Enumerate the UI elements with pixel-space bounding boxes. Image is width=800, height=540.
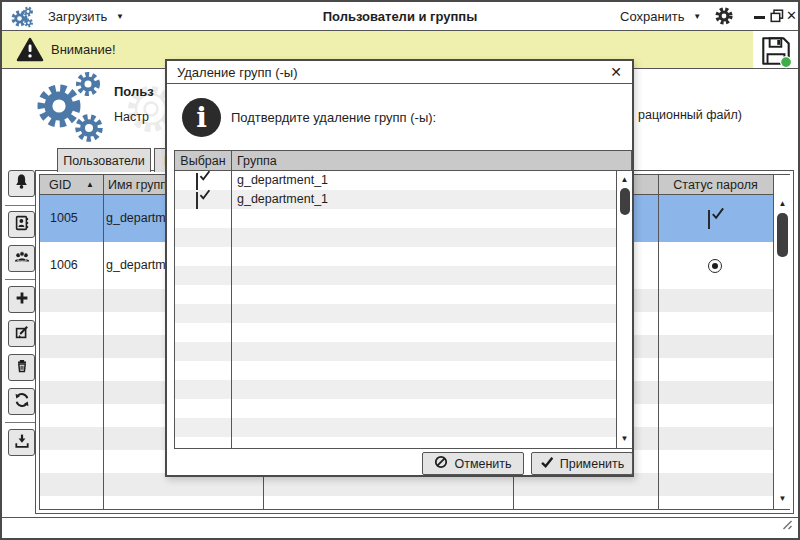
toolbar-separator bbox=[5, 279, 38, 280]
trash-icon bbox=[14, 358, 30, 378]
svg-text:i: i bbox=[196, 101, 207, 134]
cell-gid: 1005 bbox=[50, 195, 78, 242]
password-status-checkbox-checked[interactable] bbox=[708, 210, 710, 229]
column-divider bbox=[658, 175, 659, 509]
list-column-group: Группа bbox=[237, 154, 277, 168]
bell-icon bbox=[13, 173, 30, 194]
title-bar: Пользователи и группы Загрузить ▼ Сохран… bbox=[2, 2, 798, 31]
cancel-button-label: Отменить bbox=[454, 457, 511, 471]
page-title-fragment: Польз bbox=[114, 84, 154, 99]
scrollbar-thumb[interactable] bbox=[620, 188, 630, 215]
address-book-icon bbox=[14, 215, 30, 235]
save-button-label: Сохранить bbox=[620, 9, 685, 24]
scroll-down-icon[interactable]: ▼ bbox=[774, 492, 791, 506]
load-button-label: Загрузить bbox=[48, 9, 107, 24]
chevron-down-icon: ▼ bbox=[116, 12, 124, 21]
list-column-divider bbox=[231, 151, 232, 448]
row-group-name: g_department_1 bbox=[237, 173, 328, 187]
info-icon: i bbox=[181, 97, 222, 142]
scroll-down-icon[interactable]: ▼ bbox=[617, 432, 632, 446]
edit-pencil-icon bbox=[14, 324, 30, 344]
list-column-selected: Выбран bbox=[175, 154, 231, 168]
column-header-gid[interactable]: GID bbox=[49, 178, 71, 192]
list-header-row: Выбран Группа bbox=[175, 151, 631, 171]
contacts-button[interactable] bbox=[8, 211, 35, 238]
apply-check-icon bbox=[540, 455, 554, 472]
column-divider bbox=[103, 175, 104, 509]
tab-users[interactable]: Пользователи bbox=[57, 148, 151, 172]
row-group-name: g_department_1 bbox=[237, 192, 328, 206]
delete-groups-dialog: Удаление групп (-ы) ✕ i Подтвердите удал… bbox=[165, 59, 634, 477]
download-icon bbox=[14, 433, 30, 453]
apply-button[interactable]: Применить bbox=[531, 452, 633, 475]
save-file-icon[interactable] bbox=[758, 33, 794, 73]
sort-asc-icon[interactable]: ▲ bbox=[86, 180, 94, 189]
save-button[interactable]: Сохранить ▼ bbox=[620, 9, 701, 24]
chevron-down-icon: ▼ bbox=[693, 12, 701, 21]
toolbar-separator bbox=[5, 422, 38, 423]
apply-button-label: Применить bbox=[560, 457, 625, 471]
scrollbar-thumb[interactable] bbox=[777, 213, 788, 257]
edit-button[interactable] bbox=[8, 320, 35, 347]
resize-grip-icon[interactable] bbox=[777, 517, 793, 535]
list-empty-rows bbox=[175, 209, 631, 448]
notifications-button[interactable] bbox=[8, 170, 35, 197]
dialog-message: Подтвердите удаление групп (-ы): bbox=[231, 110, 436, 125]
dialog-title: Удаление групп (-ы) bbox=[177, 65, 298, 80]
cell-gid: 1006 bbox=[50, 242, 78, 289]
load-button[interactable]: Загрузить ▼ bbox=[48, 9, 124, 24]
app-window: Пользователи и группы Загрузить ▼ Сохран… bbox=[0, 0, 800, 540]
refresh-icon bbox=[14, 392, 30, 412]
column-header-gid-label: GID bbox=[49, 178, 71, 192]
list-vertical-scrollbar[interactable]: ▲ ▼ bbox=[616, 171, 632, 448]
user-groups-button[interactable] bbox=[8, 245, 35, 272]
page-subtitle-right-fragment: рационный файл) bbox=[638, 108, 742, 122]
restore-window-icon[interactable] bbox=[770, 9, 784, 27]
delete-button[interactable] bbox=[8, 354, 35, 381]
cancel-button[interactable]: Отменить bbox=[422, 452, 524, 475]
scroll-up-icon[interactable]: ▲ bbox=[774, 197, 791, 211]
tab-users-label: Пользователи bbox=[63, 154, 145, 168]
page-subtitle-fragment: Настр bbox=[114, 110, 149, 124]
column-header-password-status[interactable]: Статус пароля bbox=[658, 178, 773, 192]
warning-triangle-icon bbox=[16, 37, 44, 66]
list-row[interactable]: g_department_1 bbox=[175, 171, 631, 190]
users-group-icon bbox=[14, 249, 30, 269]
warning-text: Внимание! bbox=[51, 42, 116, 57]
minimize-button[interactable] bbox=[754, 16, 765, 19]
refresh-button[interactable] bbox=[8, 388, 35, 415]
close-window-button[interactable]: ✕ bbox=[786, 8, 797, 23]
import-button[interactable] bbox=[8, 429, 35, 456]
settings-gear-icon[interactable] bbox=[714, 6, 734, 30]
cancel-prohibition-icon bbox=[434, 455, 448, 472]
dialog-close-icon[interactable]: ✕ bbox=[610, 64, 622, 80]
page-logo-gears-icon bbox=[28, 70, 110, 154]
dialog-group-list: Выбран Группа g_department_1 g_departmen… bbox=[174, 150, 632, 449]
scroll-up-icon[interactable]: ▲ bbox=[617, 173, 632, 187]
list-row[interactable]: g_department_1 bbox=[175, 190, 631, 209]
toolbar-separator bbox=[5, 205, 38, 206]
dialog-title-bar: Удаление групп (-ы) ✕ bbox=[167, 61, 632, 84]
table-vertical-scrollbar[interactable]: ▲ ▼ bbox=[773, 175, 791, 509]
status-bar bbox=[2, 517, 798, 538]
add-button[interactable] bbox=[8, 286, 35, 313]
app-gears-icon bbox=[10, 5, 34, 33]
password-status-radio-on[interactable] bbox=[708, 259, 722, 273]
plus-icon bbox=[14, 290, 30, 310]
